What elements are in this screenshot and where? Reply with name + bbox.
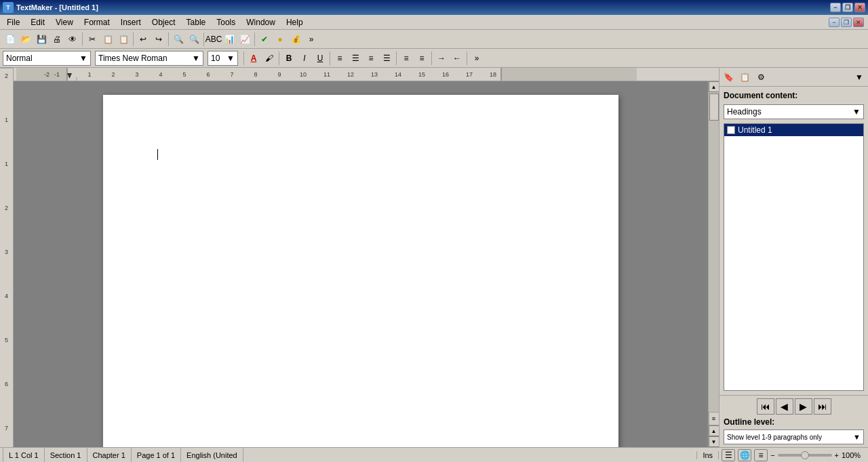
align-left-button[interactable]: ≡ [332, 51, 347, 66]
menu-view[interactable]: View [50, 16, 79, 28]
yellow-button[interactable]: ● [273, 32, 288, 47]
print-button[interactable]: 🖨 [50, 32, 64, 47]
scroll-down-button[interactable]: ▼ [709, 436, 719, 447]
menu-help[interactable]: Help [281, 16, 309, 28]
tree-checkbox[interactable] [727, 126, 735, 134]
panel-btn3[interactable]: ⚙ [753, 70, 768, 85]
content-type-arrow: ▼ [852, 107, 861, 117]
nav-first-button[interactable]: ⏮ [757, 398, 774, 415]
sep-fmt2 [279, 51, 279, 65]
nav-prev-button[interactable]: ◀ [776, 398, 793, 415]
menu-format[interactable]: Format [79, 16, 115, 28]
panel-toolbar: 🔖 📋 ⚙ ▼ [719, 68, 868, 87]
doc-restore-button[interactable]: ❐ [841, 18, 852, 27]
zoom-plus[interactable]: + [835, 451, 839, 459]
document-page[interactable] [103, 95, 618, 447]
preview-button[interactable]: 👁 [65, 32, 80, 47]
open-button[interactable]: 📂 [18, 32, 33, 47]
ruler-mark-neg1: 1 [5, 115, 8, 159]
zoom-track[interactable] [778, 454, 832, 457]
menu-file[interactable]: File [1, 16, 25, 28]
cut-button[interactable]: ✂ [85, 32, 100, 47]
copy-button[interactable]: 📋 [100, 32, 115, 47]
sep3 [168, 33, 169, 46]
menu-tools[interactable]: Tools [211, 16, 241, 28]
graph-button[interactable]: 📈 [237, 32, 252, 47]
replace-button[interactable]: 🔍 [186, 32, 201, 47]
underline-button[interactable]: U [313, 51, 328, 66]
indent-less-button[interactable]: ← [450, 51, 465, 66]
doc-close-button[interactable]: ✕ [853, 18, 864, 27]
menu-insert[interactable]: Insert [115, 16, 146, 28]
size-dropdown[interactable]: 10 ▼ [208, 51, 238, 66]
document-scroll[interactable] [14, 81, 708, 447]
bullets-button[interactable]: ≡ [399, 51, 414, 66]
outline-level-dropdown[interactable]: Show level 1-9 paragraphs only ▼ [724, 429, 864, 444]
chart-button[interactable]: 📊 [222, 32, 237, 47]
bold-button[interactable]: B [281, 51, 296, 66]
new-button[interactable]: 📄 [3, 32, 18, 47]
svg-rect-1 [501, 68, 637, 81]
scroll-up-button[interactable]: ▲ [709, 81, 719, 92]
menu-object[interactable]: Object [146, 16, 181, 28]
font-dropdown[interactable]: Times New Roman ▼ [95, 51, 203, 66]
indent-more-button[interactable]: → [434, 51, 449, 66]
spell-button[interactable]: ABC [206, 32, 221, 47]
menu-window[interactable]: Window [241, 16, 281, 28]
maximize-button[interactable]: ❐ [842, 3, 853, 12]
save-button[interactable]: 💾 [34, 32, 49, 47]
tree-item-untitled[interactable]: Untitled 1 [724, 124, 863, 136]
panel-expand[interactable]: ▼ [852, 70, 867, 85]
document-content-label: Document content: [724, 91, 864, 100]
content-tree[interactable]: Untitled 1 [724, 123, 864, 391]
outline-level-value: Show level 1-9 paragraphs only [727, 434, 822, 441]
svg-rect-2 [67, 68, 501, 81]
style-dropdown[interactable]: Normal ▼ [3, 51, 91, 66]
more-button[interactable]: » [304, 32, 319, 47]
nav-next-button[interactable]: ▶ [795, 398, 812, 415]
check-button[interactable]: ✔ [257, 32, 272, 47]
panel-btn1[interactable]: 🔖 [721, 70, 736, 85]
scroll-thumb[interactable] [709, 93, 719, 121]
size-value: 10 [211, 54, 220, 63]
font-color-button[interactable]: A [246, 51, 261, 66]
more-format-button[interactable]: » [469, 51, 484, 66]
align-center-button[interactable]: ☰ [348, 51, 363, 66]
menu-edit[interactable]: Edit [25, 16, 50, 28]
find-button[interactable]: 🔍 [171, 32, 186, 47]
svg-text:5: 5 [182, 71, 186, 78]
align-right-button[interactable]: ≡ [363, 51, 378, 66]
menu-table[interactable]: Table [181, 16, 212, 28]
ruler-mark-7: 7 [5, 423, 8, 447]
nav-last-button[interactable]: ⏭ [814, 398, 831, 415]
view-web-button[interactable]: 🌐 [738, 449, 751, 461]
content-type-dropdown[interactable]: Headings ▼ [724, 104, 864, 119]
svg-text:1: 1 [87, 71, 91, 78]
svg-text:9: 9 [277, 71, 281, 78]
panel-btn2[interactable]: 📋 [737, 70, 752, 85]
paste-button[interactable]: 📋 [116, 32, 131, 47]
nav-buttons-group: ⏮ ◀ ▶ ⏭ [724, 398, 864, 415]
highlight-button[interactable]: 🖌 [262, 51, 277, 66]
close-button[interactable]: ✕ [854, 3, 865, 12]
zoom-thumb[interactable] [801, 451, 809, 459]
view-normal-button[interactable]: ☰ [722, 449, 735, 461]
scroll-split-button[interactable]: ≡ [709, 412, 719, 425]
ruler-mark-3: 3 [5, 247, 8, 291]
scroll-up2-button[interactable]: ▲ [709, 425, 719, 436]
view-outline-button[interactable]: ≡ [754, 449, 768, 461]
undo-button[interactable]: ↩ [136, 32, 151, 47]
redo-button[interactable]: ↪ [151, 32, 166, 47]
zoom-minus[interactable]: − [770, 451, 774, 459]
outline-level-arrow: ▼ [853, 433, 861, 441]
zoom-level: 100% [842, 451, 865, 459]
ins-indicator: Ins [696, 451, 719, 459]
italic-button[interactable]: I [297, 51, 312, 66]
doc-minimize-button[interactable]: − [829, 18, 840, 27]
numbers-button[interactable]: ≡ [414, 51, 429, 66]
minimize-button[interactable]: − [830, 3, 841, 12]
svg-text:12: 12 [347, 71, 354, 78]
money-button[interactable]: 💰 [288, 32, 303, 47]
scroll-track[interactable] [709, 92, 719, 412]
align-justify-button[interactable]: ☰ [379, 51, 394, 66]
